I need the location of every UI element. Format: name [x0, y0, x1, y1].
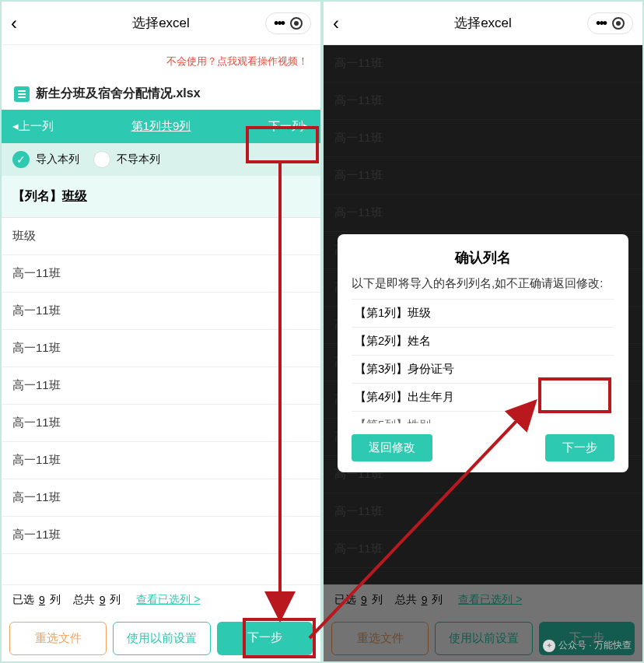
- table-row: 高一11班: [2, 442, 320, 479]
- import-yes-label: 导入本列: [36, 153, 79, 167]
- modal-buttons: 返回修改 下一步: [352, 434, 614, 461]
- wechat-icon: ✦: [543, 640, 555, 652]
- wechat-capsule[interactable]: •••: [265, 12, 311, 34]
- table-row: 高一11班: [2, 554, 320, 560]
- footer-buttons: 重选文件 使用以前设置 下一步: [2, 616, 320, 661]
- reselect-file-button[interactable]: 重选文件: [9, 622, 107, 655]
- modal-next-button[interactable]: 下一步: [545, 434, 614, 461]
- phone-screen-right: ‹ 选择excel ••• 高一11班 高一11班 高一11班 高一11班 高一…: [322, 0, 644, 663]
- close-target-icon[interactable]: [612, 17, 625, 30]
- data-rows: 班级 高一11班 高一11班 高一11班 高一11班 高一11班 高一11班 高…: [2, 218, 320, 560]
- modal-back-button[interactable]: 返回修改: [352, 434, 432, 461]
- list-item: 【第3列】身份证号: [352, 356, 614, 384]
- back-icon[interactable]: ‹: [333, 12, 339, 34]
- list-item: 【第5列】性别: [352, 412, 614, 423]
- table-row: 高一11班: [2, 367, 320, 405]
- watermark: ✦ 公众号 · 万能快查: [543, 639, 632, 652]
- import-no-radio[interactable]: [93, 151, 110, 168]
- header: ‹ 选择excel •••: [324, 2, 642, 45]
- more-icon[interactable]: •••: [596, 16, 606, 30]
- table-row: 高一11班: [2, 293, 320, 330]
- wechat-capsule[interactable]: •••: [587, 12, 633, 34]
- list-item: 【第2列】姓名: [352, 328, 614, 356]
- table-row: 高一11班: [2, 330, 320, 367]
- phone-screen-left: ‹ 选择excel ••• 不会使用？点我观看操作视频！ 新生分班及宿舍分配情况…: [0, 0, 322, 663]
- table-row: 高一11班: [2, 255, 320, 293]
- next-step-button[interactable]: 下一步: [217, 622, 313, 655]
- modal-overlay: 确认列名 以下是即将导入的各列列名,如不正确请返回修改: 【第1列】班级 【第2…: [324, 45, 642, 661]
- page-title: 选择excel: [454, 14, 512, 32]
- next-column-button[interactable]: 下一列▸: [268, 119, 310, 134]
- table-row: 高一11班: [2, 517, 320, 554]
- use-previous-settings-button[interactable]: 使用以前设置: [113, 622, 210, 655]
- import-no-label: 不导本列: [117, 153, 160, 167]
- file-row: 新生分班及宿舍分配情况.xlsx: [2, 78, 320, 110]
- view-selected-link[interactable]: 查看已选列 >: [136, 593, 200, 607]
- modal-description: 以下是即将导入的各列列名,如不正确请返回修改:: [352, 275, 614, 293]
- confirm-columns-modal: 确认列名 以下是即将导入的各列列名,如不正确请返回修改: 【第1列】班级 【第2…: [338, 234, 628, 472]
- header: ‹ 选择excel •••: [2, 2, 320, 45]
- prev-column-button[interactable]: ◂上一列: [12, 119, 54, 134]
- table-row: 班级: [2, 218, 320, 255]
- close-target-icon[interactable]: [290, 17, 303, 30]
- list-item: 【第4列】出生年月: [352, 384, 614, 412]
- import-yes-radio[interactable]: ✓: [12, 151, 30, 168]
- table-row: 高一11班: [2, 479, 320, 517]
- table-row: 高一11班: [2, 405, 320, 442]
- excel-file-icon: [14, 86, 30, 102]
- column-name-value: 班级: [62, 189, 87, 202]
- back-icon[interactable]: ‹: [11, 12, 17, 34]
- file-name: 新生分班及宿舍分配情况.xlsx: [36, 86, 201, 102]
- footer-selection-info: 已选9列 总共9列 查看已选列 >: [2, 584, 320, 615]
- more-icon[interactable]: •••: [274, 16, 284, 30]
- column-nav: ◂上一列 第1列共9列 下一列▸: [2, 110, 320, 143]
- page-title: 选择excel: [132, 14, 190, 32]
- column-name-row: 【列名】班级: [2, 176, 320, 218]
- help-link[interactable]: 不会使用？点我观看操作视频！: [2, 45, 320, 78]
- modal-column-list: 【第1列】班级 【第2列】姓名 【第3列】身份证号 【第4列】出生年月 【第5列…: [352, 299, 614, 423]
- modal-title: 确认列名: [352, 248, 614, 267]
- column-status[interactable]: 第1列共9列: [131, 119, 191, 134]
- import-toggle-bar: ✓ 导入本列 不导本列: [2, 143, 320, 176]
- list-item: 【第1列】班级: [352, 300, 614, 328]
